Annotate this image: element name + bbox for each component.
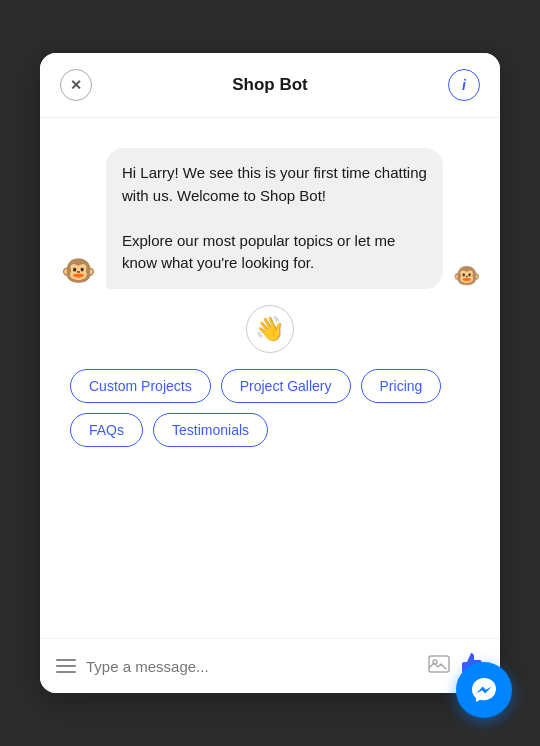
menu-icon[interactable] xyxy=(56,659,76,673)
bot-avatar: 🐵 xyxy=(60,253,96,289)
quick-reply-button[interactable]: Project Gallery xyxy=(221,369,351,403)
message-text-2: Explore our most popular topics or let m… xyxy=(122,230,427,275)
chat-title: Shop Bot xyxy=(232,75,308,95)
quick-reply-button[interactable]: Custom Projects xyxy=(70,369,211,403)
chat-window: ✕ Shop Bot i 🐵 Hi Larry! We see this is … xyxy=(40,53,500,693)
image-icon[interactable] xyxy=(428,654,450,679)
messenger-fab[interactable] xyxy=(456,662,512,718)
chat-body: 🐵 Hi Larry! We see this is your first ti… xyxy=(40,118,500,638)
right-bot-avatar: 🐵 xyxy=(453,263,480,289)
chat-header: ✕ Shop Bot i xyxy=(40,53,500,118)
message-text-1: Hi Larry! We see this is your first time… xyxy=(122,162,427,207)
reaction-row: 👋 xyxy=(60,305,480,353)
quick-reply-button[interactable]: Pricing xyxy=(361,369,442,403)
close-icon: ✕ xyxy=(70,77,82,93)
quick-replies-container: Custom ProjectsProject GalleryPricingFAQ… xyxy=(60,369,480,447)
chat-footer xyxy=(40,638,500,693)
quick-reply-button[interactable]: FAQs xyxy=(70,413,143,447)
quick-reply-button[interactable]: Testimonials xyxy=(153,413,268,447)
reaction-emoji: 👋 xyxy=(246,305,294,353)
info-icon: i xyxy=(462,77,466,93)
message-bubble: Hi Larry! We see this is your first time… xyxy=(106,148,443,289)
message-row: 🐵 Hi Larry! We see this is your first ti… xyxy=(60,148,480,289)
close-button[interactable]: ✕ xyxy=(60,69,92,101)
info-button[interactable]: i xyxy=(448,69,480,101)
message-input[interactable] xyxy=(86,658,418,675)
